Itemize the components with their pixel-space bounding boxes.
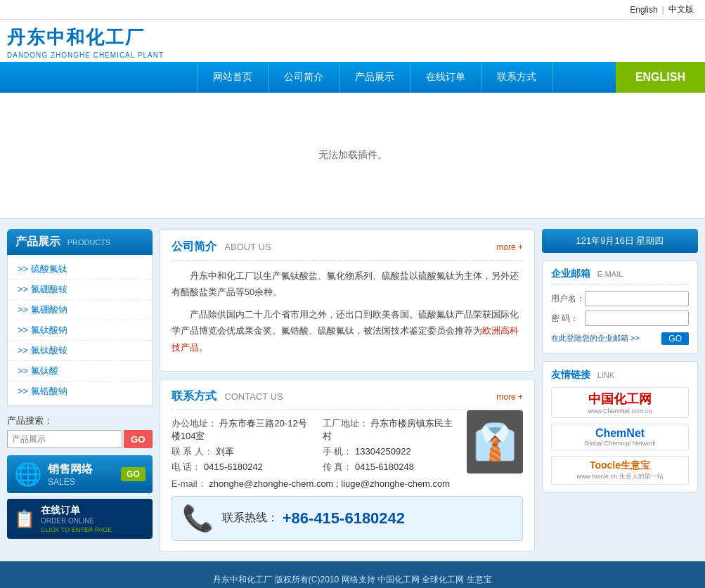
mobile-row: 手 机： 13304250922 (323, 445, 460, 458)
sales-go-btn[interactable]: GO (121, 467, 145, 481)
person-icon: 👔 (473, 422, 517, 462)
contact-more-link[interactable]: more + (496, 392, 523, 402)
date-text: 121年9月16日 星期四 (576, 235, 664, 246)
email-user-label: 用户名： (551, 293, 581, 305)
about-title-cn: 公司简介 (172, 240, 216, 252)
email-login-link[interactable]: 在此登陆您的企业邮箱 >> (551, 333, 640, 344)
chemnet-cn-name: 中国化工网 (588, 392, 652, 406)
about-para1: 丹东中和化工厂以生产氟钛酸盐、氟化物系列、硫酸盐以硫酸氟钛为主体，另外还有醋酸盐… (172, 268, 523, 301)
nav-products[interactable]: 产品展示 (339, 62, 410, 93)
email-pass-row: 密 码： (551, 311, 689, 326)
logo-area: 丹东中和化工厂 DANDONG ZHONGHE CHEMICAL PLANT (7, 25, 204, 59)
email-user-input[interactable] (585, 291, 689, 306)
contact-title-cn: 联系方式 (172, 390, 216, 402)
search-input[interactable] (7, 430, 122, 448)
email-pass-label: 密 码： (551, 313, 581, 325)
office-label: 办公地址： 丹东市春三路20-12号楼104室 (172, 417, 309, 443)
sales-banner[interactable]: 🌐 销售网络 SALES GO (7, 455, 153, 493)
hotline-bar: 📞 联系热线： +86-415-6180242 (172, 496, 523, 541)
tel-row: 电 话： 0415-6180242 (172, 461, 309, 473)
sales-text: 销售网络 SALES (48, 462, 93, 487)
email-form: 用户名： 密 码： 在此登陆您的企业邮箱 >> GO (551, 291, 689, 346)
link-chemnet-en[interactable]: ChemNet Global Chemical Network (551, 424, 689, 450)
email-title-cn: 企业邮箱 (551, 268, 590, 279)
nav-about[interactable]: 公司简介 (269, 62, 339, 93)
about-more-link[interactable]: more + (496, 242, 523, 252)
contact-header: 联系方式 CONTACT US more + (172, 389, 523, 410)
plugin-area: 无法加载插件。 (0, 93, 705, 219)
chemnet-en-name: ChemNet (595, 427, 645, 439)
product-search: 产品搜索： GO (7, 414, 153, 448)
phone-icon: 📞 (182, 504, 214, 533)
links-box: 友情链接 LINK 中国化工网 www.ChemNet.com.cn ChemN… (542, 361, 698, 492)
sidebar-item-4[interactable]: >> 氟钛酸铵 (8, 341, 152, 361)
sales-en: SALES (48, 477, 93, 487)
nav-items: 网站首页 公司简介 产品展示 在线订单 联系方式 ENGLISH (197, 62, 705, 93)
link-toocle[interactable]: Toocle生意宝 www.toocle.cn 生意人的第一站 (551, 456, 689, 485)
plugin-message: 无法加载插件。 (318, 149, 387, 162)
nav-order[interactable]: 在线订单 (410, 62, 481, 93)
sidebar-products-header: 产品展示 PRODUCTS (7, 229, 153, 255)
about-para2-suffix: 。 (199, 342, 208, 353)
email-label: E-mail： (172, 478, 207, 489)
sidebar-products-cn: 产品展示 (15, 235, 60, 247)
chemnet-en-sub: Global Chemical Network (555, 440, 685, 447)
search-label: 产品搜索： (7, 414, 153, 427)
top-bar: English | 中文版 (0, 0, 705, 20)
sidebar-item-2[interactable]: >> 氟硼酸钠 (8, 300, 152, 320)
footer-line1: 丹东中和化工厂 版权所有(C)2010 网络支持 中国化工网 全球化工网 生意宝 (7, 571, 698, 588)
order-text: 在线订单 ORDER ONLINE CLICK TO ENTER PAGE (41, 504, 112, 533)
nav-home[interactable]: 网站首页 (197, 62, 269, 93)
sidebar-item-3[interactable]: >> 氟钛酸钠 (8, 320, 152, 341)
center-content: 公司简介 ABOUT US more + 丹东中和化工厂以生产氟钛酸盐、氟化物系… (160, 229, 535, 551)
footer: 丹东中和化工厂 版权所有(C)2010 网络支持 中国化工网 全球化工网 生意宝… (0, 561, 705, 588)
logo-title-cn: 丹东中和化工厂 (7, 25, 204, 50)
links-title-en: LINK (597, 371, 614, 379)
email-pass-input[interactable] (585, 311, 689, 326)
sidebar-item-5[interactable]: >> 氟钛酸 (8, 361, 152, 381)
about-header: 公司简介 ABOUT US more + (172, 240, 523, 261)
contact-box: 联系方式 CONTACT US more + 👔 办公地址： 丹东市春三路20-… (160, 379, 535, 551)
logo-subtitle-en: DANDONG ZHONGHE CHEMICAL PLANT (7, 51, 204, 59)
right-sidebar: 121年9月16日 星期四 企业邮箱 E-MAIL 用户名： 密 码： 在此登陆… (542, 229, 698, 551)
person-row: 联 系 人： 刘革 (172, 445, 309, 458)
english-link[interactable]: English (630, 5, 657, 15)
about-para2: 产品除供国内二十几个省市用之外，还出口到欧美各国。硫酸氟钛产品荣获国际化学产品博… (172, 306, 523, 355)
nav-contact[interactable]: 联系方式 (481, 62, 552, 93)
email-user-row: 用户名： (551, 291, 689, 306)
about-box: 公司简介 ABOUT US more + 丹东中和化工厂以生产氟钛酸盐、氟化物系… (160, 229, 535, 372)
hotline-label: 联系热线： (222, 511, 278, 525)
contact-title-en: CONTACT US (224, 391, 283, 402)
nav-english-btn[interactable]: ENGLISH (616, 62, 705, 93)
sales-cn: 销售网络 (48, 462, 93, 477)
contact-title: 联系方式 CONTACT US (172, 389, 283, 404)
sidebar-item-6[interactable]: >> 氟锆酸钠 (8, 381, 152, 401)
links-title-cn: 友情链接 (551, 369, 590, 380)
sidebar-item-1[interactable]: >> 氟硼酸铵 (8, 280, 152, 300)
about-title-en: ABOUT US (224, 242, 271, 252)
globe-icon: 🌐 (14, 461, 42, 488)
links-header: 友情链接 LINK (551, 369, 689, 381)
toocle-sub: www.toocle.cn 生意人的第一站 (555, 472, 685, 481)
left-sidebar: 产品展示 PRODUCTS >> 硫酸氟钛 >> 氟硼酸铵 >> 氟硼酸钠 >>… (7, 229, 153, 551)
email-row: E-mail： zhonghe@zhonghe-chem.com ; liuge… (172, 478, 523, 490)
contact-person-image: 👔 (467, 410, 523, 473)
main-wrapper: 产品展示 PRODUCTS >> 硫酸氟钛 >> 氟硼酸铵 >> 氟硼酸钠 >>… (0, 219, 705, 561)
email-go-button[interactable]: GO (661, 332, 689, 345)
sidebar-products-en: PRODUCTS (67, 238, 111, 247)
sidebar-item-0[interactable]: >> 硫酸氟钛 (8, 259, 152, 280)
order-enter: CLICK TO ENTER PAGE (41, 526, 112, 533)
order-banner[interactable]: 📋 在线订单 ORDER ONLINE CLICK TO ENTER PAGE (7, 499, 153, 539)
search-go-button[interactable]: GO (124, 430, 153, 448)
email-box: 企业邮箱 E-MAIL 用户名： 密 码： 在此登陆您的企业邮箱 >> GO (542, 260, 698, 354)
fax-row: 传 真： 0415-6180248 (323, 461, 460, 473)
toocle-name: Toocle生意宝 (590, 459, 650, 471)
chemnet-cn-sub: www.ChemNet.com.cn (555, 407, 685, 414)
email-value: zhonghe@zhonghe-chem.com ; liuge@zhonghe… (209, 478, 450, 489)
link-chemnet-cn[interactable]: 中国化工网 www.ChemNet.com.cn (551, 387, 689, 418)
order-icon: 📋 (14, 509, 35, 529)
chinese-link[interactable]: 中文版 (668, 4, 694, 15)
hotline-number: +86-415-6180242 (283, 509, 405, 528)
fax-value: 0415-6180248 (355, 462, 414, 472)
tel-value: 0415-6180242 (204, 462, 263, 472)
